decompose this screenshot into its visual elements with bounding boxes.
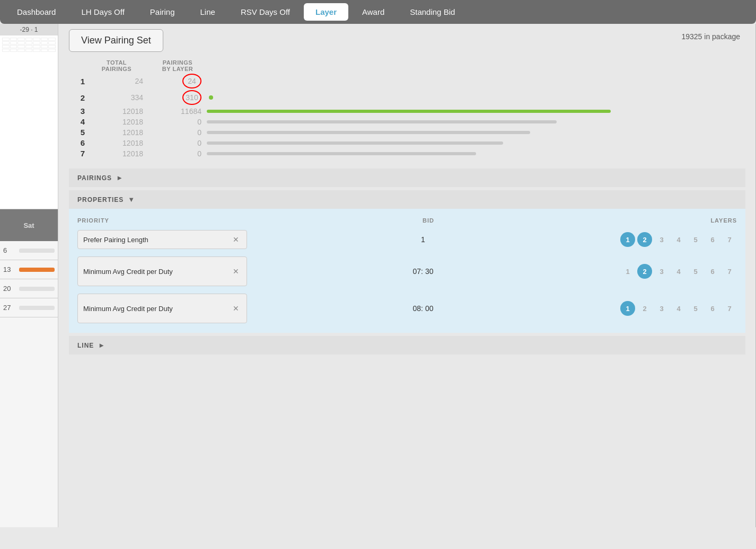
bid-value: 08: 00 — [247, 304, 599, 313]
total-value: 12018 — [90, 107, 154, 116]
circled-value: 24 — [182, 74, 201, 88]
bylayer-value: 0 — [154, 139, 207, 147]
cal-cell — [17, 45, 25, 48]
layer-button-4[interactable]: 4 — [671, 232, 686, 247]
table-row: 3 12018 11684 — [69, 107, 745, 116]
bar-area — [207, 94, 745, 101]
remove-property-button[interactable]: ✕ — [231, 235, 241, 244]
sidebar-week-13: 13 — [0, 260, 58, 279]
calendar-top: -29 · 1 — [0, 24, 58, 209]
sidebar-week-27: 27 — [0, 298, 58, 317]
nav-item-layer[interactable]: Layer — [304, 3, 348, 21]
row-number: 1 — [69, 77, 90, 86]
nav-item-lh-days-off[interactable]: LH Days Off — [69, 3, 136, 21]
nav-item-award[interactable]: Award — [350, 3, 396, 21]
cal-cell — [48, 38, 56, 41]
nav-item-pairing[interactable]: Pairing — [138, 3, 187, 21]
layers-area: 1 2 3 4 5 6 7 — [599, 264, 737, 279]
total-pairings-header: TOTAL PAIRINGS — [90, 59, 154, 72]
layer-button-1[interactable]: 1 — [620, 301, 635, 316]
properties-body: PRIORITY BID LAYERS Prefer Pairing Lengt… — [69, 209, 745, 333]
week-bar — [19, 268, 55, 272]
layer-button-2[interactable]: 2 — [637, 232, 652, 247]
layer-button-1[interactable]: 1 — [620, 232, 635, 247]
cal-cell — [2, 41, 10, 45]
remove-property-button[interactable]: ✕ — [231, 267, 241, 276]
cal-cell — [33, 49, 40, 52]
view-pairing-set-button[interactable]: View Pairing Set — [69, 29, 163, 52]
layer-button-3[interactable]: 3 — [654, 264, 669, 279]
layer-button-5[interactable]: 5 — [688, 232, 703, 247]
nav-item-dashboard[interactable]: Dashboard — [5, 3, 67, 21]
layer-button-1[interactable]: 1 — [620, 264, 635, 279]
layers-col-header: LAYERS — [599, 217, 737, 224]
cal-cell — [41, 49, 48, 52]
cal-cell — [17, 41, 25, 45]
week-number: 20 — [3, 285, 19, 293]
row-number: 5 — [69, 128, 90, 137]
layer-button-4[interactable]: 4 — [671, 264, 686, 279]
cal-cell — [25, 49, 33, 52]
bid-value: 1 — [247, 235, 599, 244]
bar-area — [207, 129, 745, 136]
bylayer-value: 11684 — [154, 107, 207, 116]
properties-arrow-icon: ▼ — [128, 196, 135, 203]
layer-button-4[interactable]: 4 — [671, 301, 686, 316]
week-bar — [19, 287, 55, 291]
cal-cell — [41, 41, 48, 45]
table-row: 2 334 310 — [69, 90, 745, 105]
cal-header: -29 · 1 — [0, 24, 58, 36]
table-row: 4 12018 0 — [69, 117, 745, 126]
dot-indicator — [209, 95, 213, 100]
layer-button-6[interactable]: 6 — [705, 301, 720, 316]
layers-area: 1 2 3 4 5 6 7 — [599, 232, 737, 247]
pairings-section-header[interactable]: PAIRINGS ► — [69, 169, 745, 187]
package-info: 19325 in package — [681, 32, 740, 41]
property-row: Minimum Avg Credit per Duty ✕ 07: 30 1 2… — [69, 253, 745, 289]
layer-button-7[interactable]: 7 — [722, 232, 737, 247]
cal-cell — [10, 49, 17, 52]
pairing-table: TOTAL PAIRINGS PAIRINGS BY LAYER 1 24 24… — [69, 59, 745, 158]
remove-property-button[interactable]: ✕ — [231, 304, 241, 313]
cal-cell — [48, 41, 56, 45]
week-label: Sat — [23, 222, 34, 229]
sidebar-week-6: 6 — [0, 241, 58, 260]
total-value: 12018 — [90, 128, 154, 137]
calendar-grid — [0, 36, 58, 54]
property-name-box: Minimum Avg Credit per Duty ✕ — [77, 256, 247, 286]
layer-button-7[interactable]: 7 — [722, 301, 737, 316]
table-row: 5 12018 0 — [69, 128, 745, 137]
total-value: 12018 — [90, 139, 154, 147]
row-number: 4 — [69, 117, 90, 126]
nav-item-line[interactable]: Line — [189, 3, 227, 21]
sidebar-week-20: 20 — [0, 279, 58, 298]
line-section-header[interactable]: LINE ► — [69, 336, 745, 355]
properties-section-header[interactable]: PROPERTIES ▼ — [69, 190, 745, 209]
layer-button-7[interactable]: 7 — [722, 264, 737, 279]
layer-button-3[interactable]: 3 — [654, 232, 669, 247]
nav-item-rsv-days-off[interactable]: RSV Days Off — [229, 3, 302, 21]
layer-button-5[interactable]: 5 — [688, 301, 703, 316]
cal-cell — [48, 45, 56, 48]
layer-button-6[interactable]: 6 — [705, 264, 720, 279]
total-value: 334 — [90, 93, 154, 102]
layers-area: 1 2 3 4 5 6 7 — [599, 301, 737, 316]
priority-col-header: PRIORITY — [77, 217, 258, 224]
layer-button-2[interactable]: 2 — [637, 264, 652, 279]
property-name: Minimum Avg Credit per Duty — [83, 305, 231, 313]
property-name: Prefer Pairing Length — [83, 236, 231, 244]
week-number: 6 — [3, 246, 19, 254]
row-number: 2 — [69, 93, 90, 102]
layer-button-5[interactable]: 5 — [688, 264, 703, 279]
bylayer-value: 0 — [154, 118, 207, 126]
nav-item-standing-bid[interactable]: Standing Bid — [398, 3, 467, 21]
cal-cell — [48, 49, 56, 52]
layer-button-6[interactable]: 6 — [705, 232, 720, 247]
layer-button-2[interactable]: 2 — [637, 301, 652, 316]
line-label: LINE — [77, 342, 94, 349]
sidebar-weeks: 6 13 20 27 — [0, 241, 58, 317]
layer-button-3[interactable]: 3 — [654, 301, 669, 316]
table-row: 6 12018 0 — [69, 138, 745, 147]
table-row: 1 24 24 — [69, 74, 745, 88]
top-nav: DashboardLH Days OffPairingLineRSV Days … — [0, 0, 756, 24]
